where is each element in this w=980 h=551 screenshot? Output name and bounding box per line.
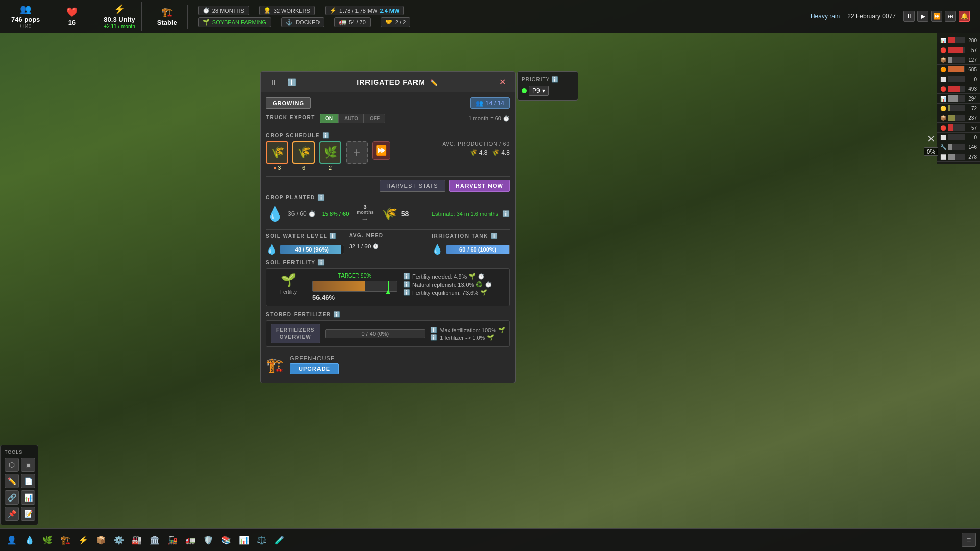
vehicles-value: 54 / 70 xyxy=(349,19,366,26)
fertility-info[interactable]: ℹ️ xyxy=(317,259,326,266)
crop-planted-info[interactable]: ℹ️ xyxy=(317,194,326,201)
bottom-icon-storage[interactable]: 📦 xyxy=(93,532,109,547)
bottom-icon-trade[interactable]: ⚖️ xyxy=(254,532,270,547)
tool-select[interactable]: ⬡ xyxy=(5,458,19,472)
irr-info[interactable]: ℹ️ xyxy=(491,233,499,239)
bottom-icon-industry[interactable]: 🏭 xyxy=(129,532,144,547)
edit-icon[interactable]: ✏️ xyxy=(430,79,438,86)
greenhouse-label: GREENHOUSE xyxy=(290,355,339,361)
bottom-icon-civic[interactable]: 🏛️ xyxy=(147,532,162,547)
bottom-icon-stats[interactable]: 📊 xyxy=(236,532,252,547)
harvest-now-btn[interactable]: HARVEST NOW xyxy=(449,180,510,192)
fert-stat-info-1[interactable]: ℹ️ xyxy=(430,327,437,333)
stat-num-2: 57 xyxy=(967,47,977,53)
bottom-icon-lab[interactable]: 🧪 xyxy=(272,532,287,547)
close-dialog-btn[interactable]: ✕ xyxy=(496,76,509,88)
fert-info-3[interactable]: ℹ️ xyxy=(403,289,410,296)
fert-stat-label-2: 1 fertilizer -> 1.0% xyxy=(439,335,485,341)
mini-fill-12 xyxy=(948,144,952,150)
pause-btn[interactable]: ⏸ xyxy=(903,11,915,22)
irr-label: IRRIGATION TANK ℹ️ xyxy=(432,233,510,239)
bottom-icon-rail[interactable]: 🚂 xyxy=(165,532,180,547)
info-dialog-btn[interactable]: ℹ️ xyxy=(284,77,299,87)
bottom-icon-defense[interactable]: 🛡️ xyxy=(201,532,216,547)
hud-vehicles: 🚛 54 / 70 xyxy=(334,17,371,27)
crop-icon-box-1[interactable]: 🌾 xyxy=(266,141,288,164)
mini-bar-6 xyxy=(948,86,965,92)
fert-info-1[interactable]: ℹ️ xyxy=(403,273,410,280)
right-stat-row-7: 📊 294 xyxy=(937,94,980,104)
mini-bar-2 xyxy=(948,47,965,53)
tool-chart[interactable]: 📊 xyxy=(21,490,35,505)
bottom-icon-settings[interactable]: ⚙️ xyxy=(111,532,127,547)
add-crop-btn[interactable]: + xyxy=(346,141,368,164)
play-btn[interactable]: ▶ xyxy=(917,11,928,22)
health-icon: ❤️ xyxy=(66,7,78,18)
toggle-off[interactable]: OFF xyxy=(364,114,385,123)
chevron-down-icon: ▾ xyxy=(542,87,545,94)
priority-label: PRIORITY ℹ️ xyxy=(522,76,574,83)
priority-value: P9 xyxy=(532,87,540,94)
tool-marquee[interactable]: ▣ xyxy=(21,458,35,472)
priority-select[interactable]: P9 ▾ xyxy=(529,86,549,96)
weather-info: Heavy rain xyxy=(811,13,840,20)
stored-fert-info[interactable]: ℹ️ xyxy=(333,311,341,318)
bottom-icon-farm[interactable]: 🌿 xyxy=(40,532,55,547)
farming-value: SOYBEAN FARMING xyxy=(212,19,266,26)
crop-icon-box-2[interactable]: 🌾 xyxy=(292,141,315,164)
fert-label-3: Fertility equilibrium: 73.6% xyxy=(412,290,478,296)
greenhouse-info: GREENHOUSE UPGRADE xyxy=(290,355,339,374)
bottom-icon-truck[interactable]: 🚛 xyxy=(183,532,198,547)
tool-stamp[interactable]: 📄 xyxy=(21,474,35,488)
fertility-icon: 🌱 xyxy=(281,273,296,287)
estimate-info-icon[interactable]: ℹ️ xyxy=(502,210,510,217)
bottom-icon-build[interactable]: 🏗️ xyxy=(58,532,73,547)
tool-note[interactable]: 📝 xyxy=(21,507,35,521)
toggle-auto[interactable]: AUTO xyxy=(338,114,364,123)
crosshair-icon[interactable]: ✕ xyxy=(927,133,936,145)
crop-icon-box-3[interactable]: 🌿 xyxy=(319,141,341,164)
priority-info[interactable]: ℹ️ xyxy=(551,76,559,83)
harvest-stats-btn[interactable]: HARVEST STATS xyxy=(380,180,445,192)
truck-export-row: TRUCK EXPORT ON AUTO OFF 1 month = 60 ⏱️ xyxy=(266,114,510,123)
bottom-icon-research[interactable]: 📚 xyxy=(218,532,234,547)
fertility-section: 🌱 Fertility TARGET: 90% ▲ 56.46% ℹ️ Fe xyxy=(266,268,510,306)
tool-pencil[interactable]: ✏️ xyxy=(5,474,19,488)
tool-pin[interactable]: 📌 xyxy=(5,507,19,521)
stat-num-10: 57 xyxy=(967,125,977,131)
bottom-icon-power[interactable]: ⚡ xyxy=(76,532,91,547)
fert-stat-info-2[interactable]: ℹ️ xyxy=(430,334,437,341)
upgrade-btn[interactable]: UPGRADE xyxy=(290,363,339,374)
alert-btn[interactable]: 🔔 xyxy=(959,11,970,22)
crop-schedule-label: CROP SCHEDULE ℹ️ xyxy=(266,132,510,139)
pause-dialog-btn[interactable]: ⏸ xyxy=(267,77,280,87)
tool-link[interactable]: 🔗 xyxy=(5,490,19,505)
mini-bar-1 xyxy=(948,37,965,43)
bottom-icon-water[interactable]: 💧 xyxy=(22,532,37,547)
unity-change: +2.11 / month xyxy=(104,23,135,29)
bottom-bar: 👤 💧 🌿 🏗️ ⚡ 📦 ⚙️ 🏭 🏛️ 🚂 🚛 🛡️ 📚 📊 ⚖️ 🧪 ≡ xyxy=(0,528,980,551)
fertility-fill xyxy=(313,281,365,291)
workers-count: 14 / 14 xyxy=(485,99,504,107)
bottom-expand-btn[interactable]: ≡ xyxy=(962,533,976,547)
irrigation-tank-item: IRRIGATION TANK ℹ️ 💧 60 / 60 (100%) xyxy=(432,233,510,255)
fert-info-2[interactable]: ℹ️ xyxy=(403,281,410,288)
crop-schedule-info[interactable]: ℹ️ xyxy=(322,132,330,139)
fast-btn[interactable]: ⏩ xyxy=(931,11,942,22)
bottom-icon-pops[interactable]: 👤 xyxy=(4,532,19,547)
right-stat-row-11: ⬜ 0 xyxy=(937,133,980,142)
fert-label-1: Fertility needed: 4.9% xyxy=(412,273,467,280)
priority-row: P9 ▾ xyxy=(522,86,574,96)
tab-growing[interactable]: GROWING xyxy=(266,97,311,109)
mini-bar-3 xyxy=(948,57,965,63)
fastest-btn[interactable]: ⏭ xyxy=(945,11,956,22)
truck-export-label: TRUCK EXPORT xyxy=(266,115,315,120)
fert-overview-btn[interactable]: FERTILIZERS OVERVIEW xyxy=(271,324,320,343)
toggle-on[interactable]: ON xyxy=(320,114,338,123)
crop-count-1: ● 3 xyxy=(274,165,281,171)
skip-btn[interactable]: ⏩ xyxy=(372,141,390,160)
unity-icon: ⚡ xyxy=(114,4,125,15)
soil-water-info[interactable]: ℹ️ xyxy=(329,233,337,239)
right-stat-row-1: 📊 280 xyxy=(937,36,980,45)
fertility-marker: ▲ xyxy=(385,287,392,295)
